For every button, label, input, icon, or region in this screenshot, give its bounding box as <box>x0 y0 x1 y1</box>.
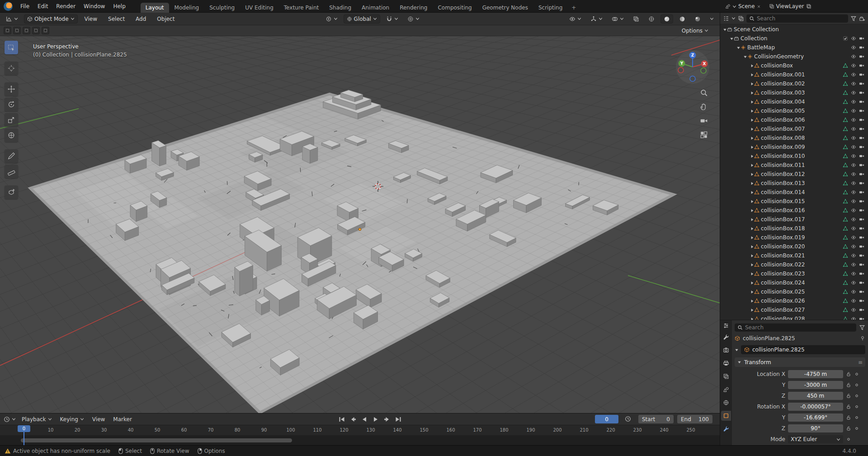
disable-render-icon[interactable] <box>859 180 864 186</box>
transform-value-field[interactable]: -4750 m <box>788 370 843 378</box>
outliner-row-collisionbox-009[interactable]: collisionBox.009 <box>720 142 868 152</box>
viewport-menu-add[interactable]: Add <box>132 14 150 24</box>
properties-tab-modifiers[interactable] <box>721 424 731 434</box>
disable-render-icon[interactable] <box>859 199 864 204</box>
viewlayer-selector[interactable]: ViewLayer <box>776 3 804 10</box>
breadcrumb-label[interactable]: collisionPlane.2825 <box>743 335 795 342</box>
hide-viewport-icon[interactable] <box>851 253 856 258</box>
menu-help[interactable]: Help <box>109 2 129 11</box>
outliner-row-collisionbox-017[interactable]: collisionBox.017 <box>720 215 868 224</box>
expand-right-icon[interactable] <box>750 263 754 267</box>
expand-right-icon[interactable] <box>750 236 754 240</box>
hide-viewport-icon[interactable] <box>851 117 856 123</box>
properties-tab-render[interactable] <box>721 345 731 355</box>
lock-icon[interactable] <box>846 426 851 431</box>
hide-viewport-icon[interactable] <box>851 36 856 41</box>
filter-icon[interactable] <box>859 324 865 331</box>
frame-end-field[interactable]: End 100 <box>677 415 712 423</box>
properties-tab-view-layer[interactable] <box>721 371 731 381</box>
transform-panel-header[interactable]: Transform ≡ <box>735 357 865 367</box>
shading-solid-button[interactable] <box>660 14 673 24</box>
hide-viewport-icon[interactable] <box>851 244 856 249</box>
outliner-row-scene-collection[interactable]: Scene Collection <box>720 25 868 34</box>
animate-dot-icon[interactable] <box>854 371 859 377</box>
hide-viewport-icon[interactable] <box>851 262 856 267</box>
properties-tab-object[interactable] <box>721 411 731 421</box>
disable-render-icon[interactable] <box>859 316 864 320</box>
select-mode-intersect-button[interactable] <box>42 27 49 34</box>
expand-right-icon[interactable] <box>750 73 754 77</box>
camera-view-icon[interactable] <box>700 117 708 125</box>
hide-viewport-icon[interactable] <box>851 171 856 177</box>
menu-window[interactable]: Window <box>80 2 109 11</box>
timeline-ruler[interactable]: 0102030405060708090100110120130140150160… <box>0 425 720 435</box>
hide-viewport-icon[interactable] <box>851 90 856 95</box>
expand-right-icon[interactable] <box>750 245 754 249</box>
new-collection-icon[interactable] <box>859 15 865 22</box>
hide-viewport-icon[interactable] <box>851 307 856 313</box>
outliner-row-collisionbox-001[interactable]: collisionBox.001 <box>720 70 868 79</box>
disable-render-icon[interactable] <box>859 36 864 41</box>
workspace-tab-animation[interactable]: Animation <box>357 3 394 13</box>
unlink-icon[interactable] <box>757 5 761 9</box>
properties-search-input[interactable] <box>745 324 854 331</box>
hide-viewport-icon[interactable] <box>851 235 856 240</box>
properties-search[interactable] <box>735 323 856 332</box>
hide-viewport-icon[interactable] <box>851 271 856 276</box>
properties-tab-scene[interactable] <box>721 385 731 394</box>
hide-viewport-icon[interactable] <box>851 72 856 77</box>
options-dropdown[interactable]: Options <box>679 26 712 35</box>
xray-toggle[interactable] <box>630 14 642 24</box>
disable-render-icon[interactable] <box>859 99 864 104</box>
animate-dot-icon[interactable] <box>854 404 859 409</box>
outliner-row-collisionbox-019[interactable]: collisionBox.019 <box>720 233 868 242</box>
outliner-row-collisiongeometry[interactable]: CollisionGeometry <box>720 52 868 61</box>
animate-dot-icon[interactable] <box>846 437 851 442</box>
workspace-tab-rendering[interactable]: Rendering <box>395 3 432 13</box>
current-frame-field[interactable]: 0 <box>595 415 618 423</box>
editor-type-icon[interactable] <box>723 323 729 329</box>
expand-right-icon[interactable] <box>750 281 754 285</box>
disable-render-icon[interactable] <box>859 244 864 249</box>
disable-render-icon[interactable] <box>859 208 864 213</box>
outliner-row-collisionbox-016[interactable]: collisionBox.016 <box>720 206 868 215</box>
select-mode-difference-button[interactable] <box>32 27 40 34</box>
hide-viewport-icon[interactable] <box>851 289 856 294</box>
tool-add-cube-button[interactable] <box>5 185 18 199</box>
workspace-tab-modeling[interactable]: Modeling <box>170 3 204 13</box>
expand-right-icon[interactable] <box>750 209 754 213</box>
viewport-menu-object[interactable]: Object <box>153 14 179 24</box>
timeline-menu-view[interactable]: View <box>88 415 109 424</box>
outliner-row-collisionbox-024[interactable]: collisionBox.024 <box>720 278 868 287</box>
outliner-row-collisionbox-002[interactable]: collisionBox.002 <box>720 79 868 88</box>
expand-right-icon[interactable] <box>750 290 754 294</box>
expand-right-icon[interactable] <box>750 127 754 131</box>
expand-right-icon[interactable] <box>750 91 754 95</box>
outliner-row-collisionbox-010[interactable]: collisionBox.010 <box>720 152 868 161</box>
disable-render-icon[interactable] <box>859 108 864 114</box>
disable-render-icon[interactable] <box>859 171 864 177</box>
expand-right-icon[interactable] <box>750 254 754 258</box>
outliner-row-collisionbox-013[interactable]: collisionBox.013 <box>720 179 868 188</box>
outliner-row-collisionbox-011[interactable]: collisionBox.011 <box>720 161 868 170</box>
hide-viewport-icon[interactable] <box>851 153 856 159</box>
hide-viewport-icon[interactable] <box>851 280 856 285</box>
animate-dot-icon[interactable] <box>854 382 859 388</box>
hide-viewport-icon[interactable] <box>851 108 856 114</box>
timeline-menu-marker[interactable]: Marker <box>109 415 136 424</box>
expand-right-icon[interactable] <box>750 100 754 104</box>
outliner-search-input[interactable] <box>757 15 845 22</box>
disable-render-icon[interactable] <box>859 153 864 159</box>
select-mode-extend-button[interactable] <box>13 27 21 34</box>
menu-file[interactable]: File <box>16 2 33 11</box>
tool-annotate-button[interactable] <box>5 149 18 163</box>
hide-viewport-icon[interactable] <box>851 226 856 231</box>
shading-dropdown[interactable] <box>707 15 717 22</box>
disable-render-icon[interactable] <box>859 217 864 222</box>
orthographic-toggle-icon[interactable] <box>700 131 708 139</box>
jump-to-start-button[interactable] <box>337 415 347 423</box>
disable-render-icon[interactable] <box>859 190 864 195</box>
hide-viewport-icon[interactable] <box>851 298 856 304</box>
transform-value-field[interactable]: -3000 m <box>788 381 843 389</box>
hide-viewport-icon[interactable] <box>851 162 856 168</box>
